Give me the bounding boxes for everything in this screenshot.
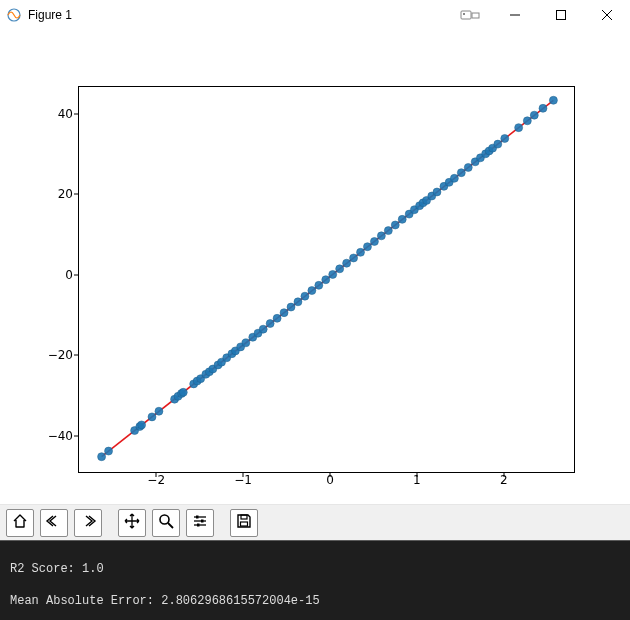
svg-rect-2 [472, 13, 479, 18]
svg-point-73 [494, 140, 502, 148]
svg-point-75 [515, 124, 523, 132]
svg-point-74 [501, 134, 509, 142]
svg-point-62 [433, 188, 441, 196]
home-icon [11, 512, 29, 533]
svg-point-51 [370, 237, 378, 245]
home-button[interactable] [6, 509, 34, 537]
svg-point-53 [384, 227, 392, 235]
svg-point-49 [357, 248, 365, 256]
svg-point-35 [259, 325, 267, 333]
x-tick-label: 0 [326, 473, 334, 487]
svg-line-81 [168, 523, 173, 528]
back-button[interactable] [40, 509, 68, 537]
x-tick-label: 1 [413, 473, 421, 487]
svg-point-41 [301, 292, 309, 300]
console-output: R2 Score: 1.0 Mean Absolute Error: 2.806… [0, 540, 630, 620]
window-titlebar: Figure 1 [0, 0, 630, 30]
maximize-button[interactable] [538, 0, 584, 30]
svg-point-43 [315, 281, 323, 289]
window-title: Figure 1 [28, 8, 72, 22]
svg-point-15 [155, 407, 163, 415]
save-button[interactable] [230, 509, 258, 537]
svg-rect-85 [196, 516, 199, 519]
y-tick-label: 40 [58, 107, 73, 121]
svg-point-79 [549, 96, 557, 104]
save-icon [235, 512, 253, 533]
y-tick-label: 20 [58, 187, 73, 201]
svg-line-6 [602, 10, 612, 20]
svg-point-46 [336, 265, 344, 273]
svg-point-47 [343, 259, 351, 267]
titlebar-right [448, 0, 630, 30]
svg-point-10 [105, 447, 113, 455]
svg-rect-1 [461, 11, 471, 19]
svg-rect-87 [197, 524, 200, 527]
x-tick-label: −2 [147, 473, 165, 487]
svg-point-13 [138, 421, 146, 429]
svg-rect-86 [201, 520, 204, 523]
back-arrow-icon [45, 512, 63, 533]
app-icon [6, 7, 22, 23]
pan-button[interactable] [118, 509, 146, 537]
pan-icon [123, 512, 141, 533]
titlebar-left: Figure 1 [6, 7, 72, 23]
forward-arrow-icon [79, 512, 97, 533]
svg-point-48 [350, 254, 358, 262]
svg-point-80 [160, 515, 169, 524]
svg-point-66 [457, 169, 465, 177]
y-tick-label: −20 [48, 348, 73, 362]
svg-point-65 [450, 174, 458, 182]
svg-point-37 [273, 314, 281, 322]
console-line: R2 Score: 1.0 [10, 561, 620, 577]
svg-rect-89 [241, 522, 248, 526]
zoom-icon [157, 512, 175, 533]
svg-point-76 [523, 117, 531, 125]
plot-canvas[interactable]: −2−1012−40−2002040 [0, 30, 630, 504]
axes-frame [78, 86, 575, 473]
svg-point-55 [398, 215, 406, 223]
svg-point-42 [308, 287, 316, 295]
sliders-icon [191, 512, 209, 533]
svg-point-9 [98, 453, 106, 461]
zoom-button[interactable] [152, 509, 180, 537]
close-button[interactable] [584, 0, 630, 30]
svg-point-67 [464, 163, 472, 171]
y-tick-label: 0 [65, 268, 73, 282]
titlebar-extra-icon [448, 0, 492, 30]
minimize-button[interactable] [492, 0, 538, 30]
svg-point-78 [539, 104, 547, 112]
svg-point-38 [280, 309, 288, 317]
svg-point-77 [530, 111, 538, 119]
chart-svg [79, 87, 576, 474]
svg-point-50 [363, 243, 371, 251]
svg-point-14 [148, 413, 156, 421]
x-tick-label: 2 [500, 473, 508, 487]
svg-point-36 [266, 320, 274, 328]
x-tick-label: −1 [234, 473, 252, 487]
y-tick-label: −40 [48, 429, 73, 443]
console-line: Mean Absolute Error: 2.8062968615572004e… [10, 593, 620, 609]
forward-button[interactable] [74, 509, 102, 537]
svg-rect-3 [463, 13, 465, 15]
svg-point-40 [294, 298, 302, 306]
svg-point-45 [329, 270, 337, 278]
svg-point-19 [179, 388, 187, 396]
svg-point-39 [287, 303, 295, 311]
svg-line-7 [602, 10, 612, 20]
svg-point-54 [391, 221, 399, 229]
svg-point-44 [322, 276, 330, 284]
svg-point-32 [242, 339, 250, 347]
svg-rect-5 [557, 11, 566, 20]
configure-button[interactable] [186, 509, 214, 537]
matplotlib-toolbar [0, 504, 630, 540]
svg-rect-88 [241, 515, 247, 519]
svg-point-52 [377, 232, 385, 240]
